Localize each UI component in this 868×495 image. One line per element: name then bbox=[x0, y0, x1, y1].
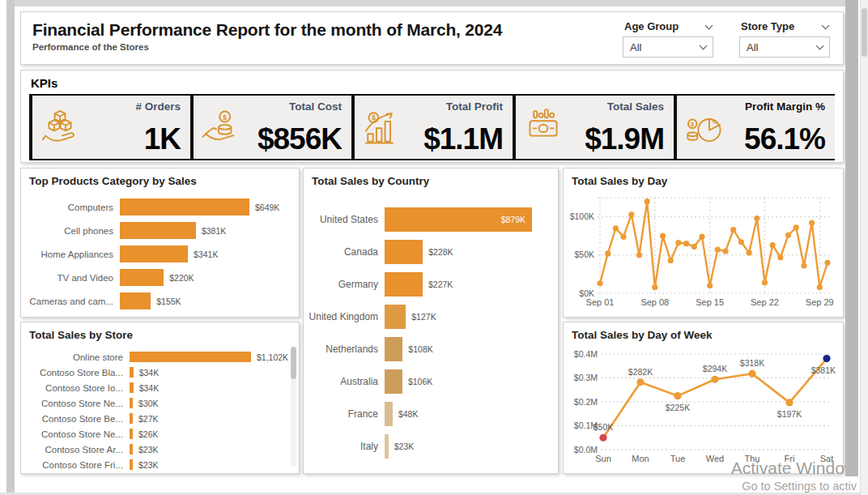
bar-row: Home Appliances$341K bbox=[24, 242, 292, 266]
data-point[interactable] bbox=[636, 378, 644, 386]
bar[interactable] bbox=[130, 459, 133, 470]
data-point[interactable] bbox=[674, 392, 681, 399]
bar[interactable] bbox=[120, 269, 164, 286]
data-point[interactable] bbox=[683, 241, 689, 246]
chevron-down-icon[interactable] bbox=[822, 21, 830, 29]
data-point[interactable] bbox=[770, 242, 776, 248]
svg-text:$: $ bbox=[372, 113, 376, 122]
data-point[interactable] bbox=[754, 215, 760, 221]
data-point[interactable] bbox=[675, 240, 681, 245]
bar-row: Contoso Store Bla...$34K bbox=[24, 365, 292, 380]
bar[interactable] bbox=[385, 272, 423, 297]
value-label: $228K bbox=[428, 247, 453, 257]
category-label: Contoso Store Ar... bbox=[24, 445, 130, 454]
bar[interactable] bbox=[130, 367, 134, 378]
data-point[interactable] bbox=[668, 258, 674, 263]
value-label: $227K bbox=[428, 280, 453, 289]
data-point[interactable] bbox=[817, 284, 823, 290]
scrollbar-thumb[interactable] bbox=[291, 347, 296, 379]
bar[interactable] bbox=[385, 305, 406, 329]
y-axis-tick: $50K bbox=[574, 250, 594, 259]
value-label: $341K bbox=[194, 250, 218, 259]
data-point[interactable] bbox=[794, 224, 799, 230]
data-point[interactable] bbox=[599, 434, 606, 442]
bar[interactable]: $879K bbox=[385, 207, 532, 232]
bar[interactable] bbox=[130, 444, 133, 454]
bar[interactable] bbox=[130, 398, 133, 408]
data-label: $294K bbox=[703, 364, 727, 373]
bar[interactable] bbox=[385, 434, 389, 459]
bar[interactable] bbox=[385, 240, 423, 264]
data-point[interactable] bbox=[613, 225, 619, 231]
category-label: Contoso Store Be... bbox=[24, 414, 130, 424]
bar-row: Contoso Store Fri...$23K bbox=[24, 457, 292, 472]
data-label: $225K bbox=[666, 403, 690, 412]
data-point[interactable] bbox=[707, 283, 713, 288]
data-point[interactable] bbox=[824, 260, 830, 266]
bar[interactable] bbox=[385, 337, 402, 361]
value-label: $127K bbox=[411, 312, 436, 322]
data-point[interactable] bbox=[748, 370, 755, 378]
data-point[interactable] bbox=[605, 250, 611, 256]
bar[interactable] bbox=[385, 402, 393, 426]
store-type-dropdown[interactable]: All bbox=[739, 36, 830, 58]
data-point[interactable] bbox=[636, 252, 642, 258]
category-label: Canada bbox=[307, 246, 385, 258]
age-group-dropdown[interactable]: All bbox=[623, 36, 713, 58]
data-point[interactable] bbox=[597, 280, 602, 286]
bar-row: Contoso Store Io...$34K bbox=[24, 380, 292, 395]
y-axis-tick: $0.2M bbox=[574, 397, 598, 407]
windows-activation-watermark: Activate Window Go to Settings to activ bbox=[731, 458, 857, 493]
data-point[interactable] bbox=[777, 254, 783, 260]
data-point[interactable] bbox=[691, 244, 697, 250]
data-point[interactable] bbox=[715, 247, 721, 253]
value-label: $879K bbox=[501, 215, 525, 224]
data-point[interactable] bbox=[645, 198, 650, 204]
value-label: $649K bbox=[255, 203, 279, 212]
data-point[interactable] bbox=[628, 211, 634, 217]
data-point[interactable] bbox=[660, 233, 666, 239]
store-type-slicer: Store Type All bbox=[739, 19, 830, 58]
profit-growth-bars-icon: $ bbox=[361, 108, 403, 147]
bar[interactable] bbox=[120, 292, 151, 309]
data-point[interactable] bbox=[699, 234, 704, 240]
data-point[interactable] bbox=[785, 233, 791, 238]
data-point[interactable] bbox=[738, 239, 744, 245]
window-scrollbar[interactable] bbox=[860, 0, 868, 495]
data-point[interactable] bbox=[809, 220, 815, 226]
category-label: Home Appliances bbox=[24, 250, 120, 259]
top-products-bar-chart: Computers$649KCell phones$381KHome Appli… bbox=[21, 190, 299, 313]
kpi-value: $856K bbox=[257, 124, 342, 154]
report-header-panel: Financial Performance Report for the mon… bbox=[20, 11, 844, 65]
window-scrollbar-thumb[interactable] bbox=[862, 8, 867, 57]
store-type-value: All bbox=[747, 41, 758, 53]
bar[interactable] bbox=[385, 369, 402, 394]
data-point[interactable] bbox=[762, 280, 768, 285]
data-point[interactable] bbox=[730, 227, 736, 233]
data-point[interactable] bbox=[620, 234, 626, 240]
window-frame-left bbox=[6, 0, 15, 495]
bar[interactable] bbox=[130, 429, 133, 439]
bar[interactable] bbox=[130, 413, 133, 424]
data-point[interactable] bbox=[747, 250, 752, 255]
data-point[interactable] bbox=[652, 284, 657, 290]
x-axis-tick: Sep 01 bbox=[586, 297, 615, 307]
window-frame-right bbox=[845, 0, 858, 476]
data-point[interactable] bbox=[711, 376, 718, 383]
chevron-down-icon[interactable] bbox=[705, 21, 713, 29]
bar[interactable] bbox=[130, 352, 251, 362]
bar[interactable] bbox=[120, 245, 188, 262]
store-chart-scrollbar[interactable] bbox=[291, 347, 296, 467]
bar[interactable] bbox=[120, 198, 249, 215]
store-type-label: Store Type bbox=[741, 20, 794, 32]
kpi-panel: KPIs # Orders 1K bbox=[20, 70, 844, 163]
data-point[interactable] bbox=[823, 355, 830, 362]
category-label: United Kingdom bbox=[307, 311, 385, 322]
data-point[interactable] bbox=[722, 248, 728, 254]
bar[interactable] bbox=[120, 222, 196, 239]
data-point[interactable] bbox=[801, 262, 806, 268]
bar[interactable] bbox=[130, 382, 134, 393]
kpi-value: 56.1% bbox=[744, 124, 825, 154]
value-label: $23K bbox=[394, 442, 415, 451]
data-point[interactable] bbox=[785, 399, 793, 406]
